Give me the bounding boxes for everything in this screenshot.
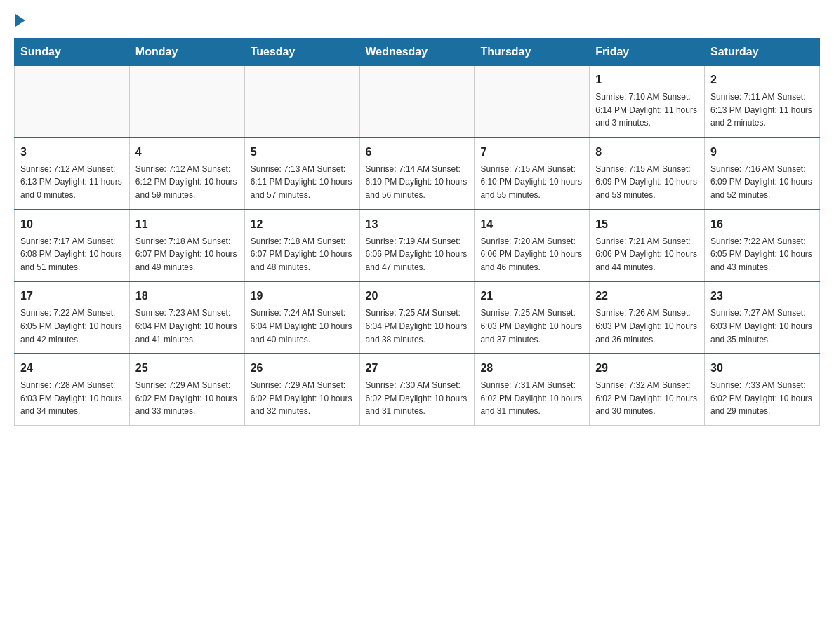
calendar-cell: 8Sunrise: 7:15 AM Sunset: 6:09 PM Daylig… (590, 137, 705, 210)
week-row-1: 1Sunrise: 7:10 AM Sunset: 6:14 PM Daylig… (15, 66, 820, 137)
calendar-cell: 26Sunrise: 7:29 AM Sunset: 6:02 PM Dayli… (244, 354, 359, 425)
day-number: 6 (366, 144, 469, 161)
calendar-cell: 7Sunrise: 7:15 AM Sunset: 6:10 PM Daylig… (475, 137, 590, 210)
calendar-cell: 10Sunrise: 7:17 AM Sunset: 6:08 PM Dayli… (15, 210, 130, 282)
day-number: 3 (20, 144, 124, 161)
calendar-cell: 9Sunrise: 7:16 AM Sunset: 6:09 PM Daylig… (705, 137, 820, 210)
day-info: Sunrise: 7:12 AM Sunset: 6:12 PM Dayligh… (135, 163, 239, 202)
weekday-header-tuesday: Tuesday (244, 39, 359, 66)
day-number: 24 (20, 360, 124, 377)
day-info: Sunrise: 7:25 AM Sunset: 6:03 PM Dayligh… (480, 307, 583, 346)
day-number: 23 (710, 288, 814, 304)
calendar-cell: 18Sunrise: 7:23 AM Sunset: 6:04 PM Dayli… (129, 281, 244, 354)
day-number: 11 (135, 216, 239, 233)
calendar-cell: 3Sunrise: 7:12 AM Sunset: 6:13 PM Daylig… (15, 137, 130, 210)
calendar-cell (15, 66, 130, 137)
calendar-cell: 17Sunrise: 7:22 AM Sunset: 6:05 PM Dayli… (15, 281, 130, 354)
calendar-cell: 28Sunrise: 7:31 AM Sunset: 6:02 PM Dayli… (475, 354, 590, 425)
day-number: 22 (595, 288, 699, 304)
calendar-cell (475, 66, 590, 137)
day-number: 25 (135, 360, 239, 377)
calendar-cell: 23Sunrise: 7:27 AM Sunset: 6:03 PM Dayli… (705, 281, 820, 354)
day-info: Sunrise: 7:29 AM Sunset: 6:02 PM Dayligh… (251, 379, 354, 418)
day-info: Sunrise: 7:19 AM Sunset: 6:06 PM Dayligh… (366, 235, 469, 274)
calendar-cell: 4Sunrise: 7:12 AM Sunset: 6:12 PM Daylig… (129, 137, 244, 210)
calendar-cell: 5Sunrise: 7:13 AM Sunset: 6:11 PM Daylig… (244, 137, 359, 210)
day-number: 27 (366, 360, 469, 377)
weekday-header-thursday: Thursday (475, 39, 590, 66)
week-row-3: 10Sunrise: 7:17 AM Sunset: 6:08 PM Dayli… (15, 210, 820, 282)
day-info: Sunrise: 7:12 AM Sunset: 6:13 PM Dayligh… (20, 163, 124, 202)
day-number: 19 (251, 288, 354, 304)
calendar-cell: 22Sunrise: 7:26 AM Sunset: 6:03 PM Dayli… (590, 281, 705, 354)
weekday-header-monday: Monday (129, 39, 244, 66)
page-header (14, 14, 820, 24)
day-info: Sunrise: 7:31 AM Sunset: 6:02 PM Dayligh… (480, 379, 583, 418)
calendar-cell: 25Sunrise: 7:29 AM Sunset: 6:02 PM Dayli… (129, 354, 244, 425)
day-info: Sunrise: 7:18 AM Sunset: 6:07 PM Dayligh… (135, 235, 239, 274)
day-number: 15 (595, 216, 699, 233)
calendar-cell: 21Sunrise: 7:25 AM Sunset: 6:03 PM Dayli… (475, 281, 590, 354)
calendar-cell (244, 66, 359, 137)
weekday-header-saturday: Saturday (705, 39, 820, 66)
day-info: Sunrise: 7:18 AM Sunset: 6:07 PM Dayligh… (251, 235, 354, 274)
calendar-cell: 30Sunrise: 7:33 AM Sunset: 6:02 PM Dayli… (705, 354, 820, 425)
day-number: 26 (251, 360, 354, 377)
logo-general (14, 14, 25, 27)
day-number: 21 (480, 288, 583, 304)
day-info: Sunrise: 7:15 AM Sunset: 6:09 PM Dayligh… (595, 163, 699, 202)
weekday-header-row: SundayMondayTuesdayWednesdayThursdayFrid… (15, 39, 820, 66)
day-number: 5 (251, 144, 354, 161)
day-info: Sunrise: 7:15 AM Sunset: 6:10 PM Dayligh… (480, 163, 583, 202)
calendar-cell: 15Sunrise: 7:21 AM Sunset: 6:06 PM Dayli… (590, 210, 705, 282)
day-info: Sunrise: 7:33 AM Sunset: 6:02 PM Dayligh… (710, 379, 814, 418)
day-info: Sunrise: 7:30 AM Sunset: 6:02 PM Dayligh… (366, 379, 469, 418)
day-number: 7 (480, 144, 583, 161)
week-row-5: 24Sunrise: 7:28 AM Sunset: 6:03 PM Dayli… (15, 354, 820, 425)
day-info: Sunrise: 7:21 AM Sunset: 6:06 PM Dayligh… (595, 235, 699, 274)
day-info: Sunrise: 7:14 AM Sunset: 6:10 PM Dayligh… (366, 163, 469, 202)
calendar-cell: 13Sunrise: 7:19 AM Sunset: 6:06 PM Dayli… (359, 210, 475, 282)
logo (14, 14, 25, 24)
day-info: Sunrise: 7:17 AM Sunset: 6:08 PM Dayligh… (20, 235, 124, 274)
day-number: 1 (595, 72, 699, 88)
calendar-cell: 24Sunrise: 7:28 AM Sunset: 6:03 PM Dayli… (15, 354, 130, 425)
day-number: 17 (20, 288, 124, 304)
day-info: Sunrise: 7:16 AM Sunset: 6:09 PM Dayligh… (710, 163, 814, 202)
day-info: Sunrise: 7:23 AM Sunset: 6:04 PM Dayligh… (135, 307, 239, 346)
logo-triangle-icon (15, 14, 25, 27)
day-number: 29 (595, 360, 699, 377)
week-row-4: 17Sunrise: 7:22 AM Sunset: 6:05 PM Dayli… (15, 281, 820, 354)
calendar-cell: 12Sunrise: 7:18 AM Sunset: 6:07 PM Dayli… (244, 210, 359, 282)
day-info: Sunrise: 7:22 AM Sunset: 6:05 PM Dayligh… (20, 307, 124, 346)
day-info: Sunrise: 7:13 AM Sunset: 6:11 PM Dayligh… (251, 163, 354, 202)
calendar-cell: 6Sunrise: 7:14 AM Sunset: 6:10 PM Daylig… (359, 137, 475, 210)
calendar-table: SundayMondayTuesdayWednesdayThursdayFrid… (14, 38, 820, 426)
day-info: Sunrise: 7:26 AM Sunset: 6:03 PM Dayligh… (595, 307, 699, 346)
weekday-header-sunday: Sunday (15, 39, 130, 66)
day-number: 18 (135, 288, 239, 304)
day-number: 13 (366, 216, 469, 233)
day-info: Sunrise: 7:29 AM Sunset: 6:02 PM Dayligh… (135, 379, 239, 418)
day-number: 10 (20, 216, 124, 233)
calendar-cell: 20Sunrise: 7:25 AM Sunset: 6:04 PM Dayli… (359, 281, 475, 354)
day-number: 2 (710, 72, 814, 88)
day-info: Sunrise: 7:25 AM Sunset: 6:04 PM Dayligh… (366, 307, 469, 346)
day-info: Sunrise: 7:28 AM Sunset: 6:03 PM Dayligh… (20, 379, 124, 418)
calendar-cell: 19Sunrise: 7:24 AM Sunset: 6:04 PM Dayli… (244, 281, 359, 354)
day-info: Sunrise: 7:20 AM Sunset: 6:06 PM Dayligh… (480, 235, 583, 274)
calendar-cell: 11Sunrise: 7:18 AM Sunset: 6:07 PM Dayli… (129, 210, 244, 282)
day-info: Sunrise: 7:27 AM Sunset: 6:03 PM Dayligh… (710, 307, 814, 346)
calendar-cell: 14Sunrise: 7:20 AM Sunset: 6:06 PM Dayli… (475, 210, 590, 282)
calendar-cell (359, 66, 475, 137)
calendar-cell: 29Sunrise: 7:32 AM Sunset: 6:02 PM Dayli… (590, 354, 705, 425)
week-row-2: 3Sunrise: 7:12 AM Sunset: 6:13 PM Daylig… (15, 137, 820, 210)
calendar-cell (129, 66, 244, 137)
day-number: 14 (480, 216, 583, 233)
day-info: Sunrise: 7:10 AM Sunset: 6:14 PM Dayligh… (595, 90, 699, 130)
calendar-cell: 2Sunrise: 7:11 AM Sunset: 6:13 PM Daylig… (705, 66, 820, 137)
calendar-cell: 16Sunrise: 7:22 AM Sunset: 6:05 PM Dayli… (705, 210, 820, 282)
weekday-header-friday: Friday (590, 39, 705, 66)
calendar-cell: 1Sunrise: 7:10 AM Sunset: 6:14 PM Daylig… (590, 66, 705, 137)
day-number: 28 (480, 360, 583, 377)
